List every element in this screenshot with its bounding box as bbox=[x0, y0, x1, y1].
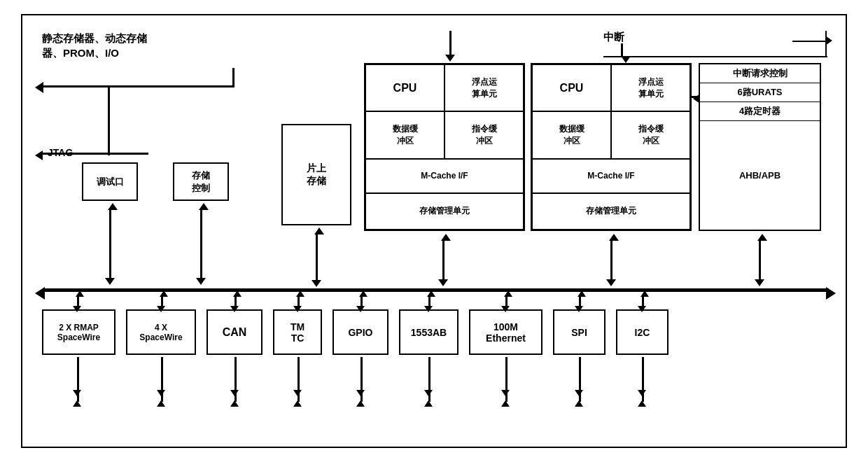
cpu1-instr-buf: 指令缓冲区 bbox=[444, 111, 524, 158]
cpu2-fpu: 浮点运算单元 bbox=[611, 64, 690, 111]
cpu2-data-buf: 数据缓冲区 bbox=[532, 111, 611, 158]
on-chip-mem-block: 片上存储 bbox=[281, 124, 351, 225]
cpu2-group: CPU 浮点运算单元 数据缓冲区 指令缓冲区 M-Cache I/F 存储管理单… bbox=[531, 63, 692, 231]
module-spacewire: 4 XSpaceWire bbox=[126, 309, 196, 355]
module-1553ab: 1553AB bbox=[399, 309, 458, 355]
cpu2-mmu: 存储管理单元 bbox=[532, 193, 690, 230]
cpu1-fpu: 浮点运算单元 bbox=[444, 64, 524, 111]
cpu1-mcache: M-Cache I/F bbox=[365, 159, 524, 193]
module-tmtc: TMTC bbox=[273, 309, 322, 355]
cpu1-data-buf: 数据缓冲区 bbox=[365, 111, 444, 158]
top-left-label: 静态存储器、动态存储器、PROM、I/O bbox=[42, 31, 147, 60]
module-ethernet: 100MEthernet bbox=[469, 309, 542, 355]
cpu1-group: CPU 浮点运算单元 数据缓冲区 指令缓冲区 M-Cache I/F 存储管理单… bbox=[364, 63, 525, 231]
debug-port-block: 调试口 bbox=[82, 162, 138, 201]
interrupt-label: 中断 bbox=[603, 31, 624, 44]
left-arrow-line bbox=[43, 85, 232, 88]
module-spi: SPI bbox=[553, 309, 606, 355]
cpu1-label: CPU bbox=[365, 64, 444, 111]
right-panel-row3: 4路定时器 bbox=[700, 102, 820, 121]
right-panel-row1: 中断请求控制 bbox=[700, 64, 820, 83]
mem-ctrl-block: 存储控制 bbox=[173, 162, 229, 201]
right-panel-row2: 6路URATS bbox=[700, 83, 820, 102]
module-i2c: I2C bbox=[616, 309, 668, 355]
module-can: CAN bbox=[206, 309, 262, 355]
right-panel-row4: AHB/APB bbox=[700, 121, 820, 230]
module-rmap: 2 X RMAPSpaceWire bbox=[42, 309, 115, 355]
module-gpio: GPIO bbox=[332, 309, 388, 355]
cpu2-label: CPU bbox=[532, 64, 611, 111]
right-panel: 中断请求控制 6路URATS 4路定时器 AHB/APB bbox=[699, 63, 821, 231]
cpu2-mcache: M-Cache I/F bbox=[532, 159, 690, 193]
main-diagram: 静态存储器、动态存储器、PROM、I/O JTAG 中断 调试口 bbox=[21, 14, 847, 448]
left-arrow bbox=[35, 82, 43, 93]
cpu1-mmu: 存储管理单元 bbox=[365, 193, 524, 230]
cpu2-instr-buf: 指令缓冲区 bbox=[611, 111, 690, 158]
